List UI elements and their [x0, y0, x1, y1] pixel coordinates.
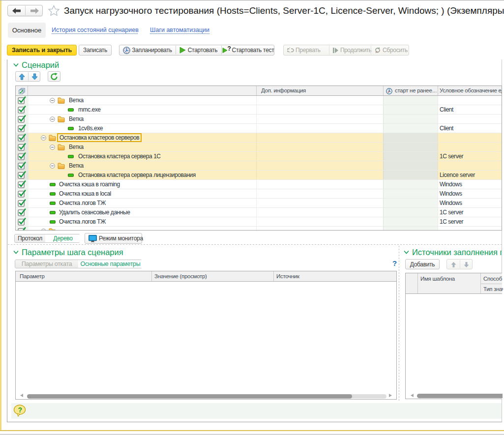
svg-text:?: ?	[18, 406, 23, 414]
svg-text:?: ?	[227, 46, 231, 52]
